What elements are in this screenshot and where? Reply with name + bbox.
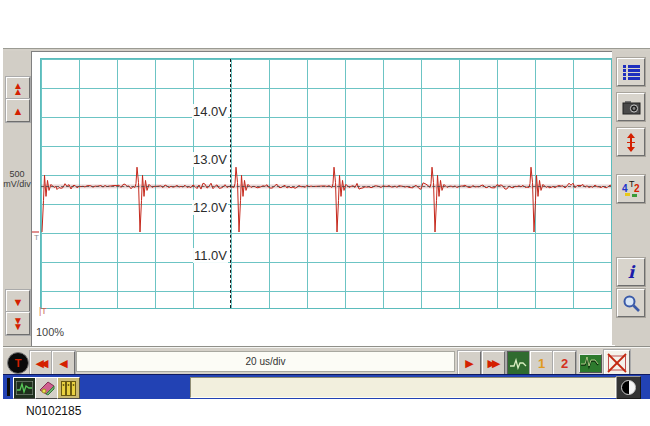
magnifier-icon [622, 294, 641, 313]
scale-up-button[interactable]: ▲ [6, 99, 30, 122]
no-signal-button[interactable] [604, 350, 630, 375]
channel-1-label: 1 [538, 356, 545, 371]
list-view-button[interactable] [617, 58, 645, 86]
taskbar-tools-button[interactable] [35, 377, 58, 399]
red-x-icon [607, 353, 627, 373]
double-left-arrow-icon: ◀◀ [39, 357, 45, 370]
live-signal-indicator[interactable] [579, 354, 602, 373]
zoom-button[interactable] [617, 289, 645, 317]
channel-display-button[interactable] [507, 351, 530, 375]
scope-application-window: ▲ ▲ ▲ 500 mV/div ▼ ▼ ▼ [3, 48, 650, 398]
left-arrow-icon: ◀ [59, 357, 67, 370]
tools-icon [38, 380, 56, 396]
levels-icon: 4 T 2 [621, 179, 641, 199]
levels-icon-2: 2 [634, 183, 640, 194]
waveform-trace [41, 59, 611, 308]
taskbar-input-field[interactable] [190, 377, 616, 398]
forward-fast-button[interactable]: ▶▶ [482, 351, 505, 375]
voltage-label-11v: 11.0V [193, 248, 228, 263]
trigger-time-marker: |T [39, 306, 47, 316]
channel-2-label: 2 [561, 356, 568, 371]
double-down-arrow-icon: ▼ [13, 324, 23, 330]
channel-2-button[interactable]: 2 [553, 351, 576, 375]
time-cursor-line[interactable] [230, 59, 231, 308]
double-up-arrow-icon: ▲ [13, 89, 23, 95]
vertical-cursor-icon [626, 133, 636, 152]
taskbar-gripper[interactable] [7, 378, 10, 396]
cursor-levels-button[interactable]: 4 T 2 [617, 175, 645, 203]
double-right-arrow-icon: ▶▶ [491, 357, 497, 370]
info-icon: i [628, 264, 634, 281]
play-button[interactable]: ▶ [458, 351, 481, 375]
trigger-level-label: T [34, 233, 39, 242]
trigger-t-glyph: T [15, 357, 22, 369]
mini-waveform-icon [510, 357, 527, 370]
camera-icon [622, 100, 641, 115]
scale-page-down-button[interactable]: ▼ ▼ [6, 312, 30, 335]
left-scale-sidebar: ▲ ▲ ▲ 500 mV/div ▼ ▼ ▼ [3, 51, 32, 345]
transport-bar: T ◀◀ ◀ 20 us/div ▶ ▶▶ 1 [3, 347, 650, 375]
capture-screenshot-button[interactable] [617, 93, 645, 121]
screenshot-root: ▲ ▲ ▲ 500 mV/div ▼ ▼ ▼ [0, 0, 650, 426]
step-back-button[interactable]: ◀ [52, 351, 75, 375]
contrast-icon [621, 380, 636, 395]
vertical-scale-label: 500 mV/div [3, 169, 31, 189]
voltage-label-14v: 14.0V [192, 104, 228, 119]
rewind-fast-button[interactable]: ◀◀ [30, 351, 53, 375]
right-toolbar: 4 T 2 i [612, 51, 650, 345]
oscilloscope-panel: 14.0V 13.0V 12.0V 11.0V T |T 100% [31, 51, 615, 347]
channel-1-button[interactable]: 1 [530, 351, 553, 375]
levels-icon-yellow-mark [625, 193, 630, 196]
right-arrow-icon: ▶ [465, 357, 473, 370]
scale-down-button[interactable]: ▼ [6, 290, 30, 313]
taskbar-datalist-button[interactable] [57, 377, 80, 399]
voltage-label-12v: 12.0V [192, 200, 228, 215]
timebase-display: 20 us/div [76, 351, 455, 372]
signal-baseline-marker [41, 186, 611, 187]
binders-icon [61, 381, 77, 396]
up-arrow-icon: ▲ [13, 106, 24, 116]
time-per-div-label: 20 us/div [245, 356, 285, 367]
list-icon [622, 64, 641, 81]
display-contrast-button[interactable] [616, 376, 641, 399]
vertical-cursor-button[interactable] [617, 128, 645, 156]
voltage-label-13v: 13.0V [192, 152, 228, 167]
taskbar-scope-button[interactable] [13, 377, 36, 399]
trigger-mode-button[interactable]: T [7, 352, 29, 374]
scale-page-up-button[interactable]: ▲ ▲ [6, 77, 30, 100]
scale-value: 500 [3, 169, 31, 179]
levels-icon-green-mark [632, 194, 637, 197]
waveform-grid: 14.0V 13.0V 12.0V 11.0V [40, 58, 612, 309]
scope-app-icon [16, 381, 33, 395]
figure-id-label: N0102185 [26, 404, 81, 418]
live-waveform-icon [580, 355, 599, 370]
scale-unit: mV/div [3, 179, 31, 189]
down-arrow-icon: ▼ [13, 297, 24, 307]
info-button[interactable]: i [617, 258, 645, 286]
application-taskbar [3, 374, 650, 399]
zoom-percentage-label: 100% [36, 326, 64, 338]
